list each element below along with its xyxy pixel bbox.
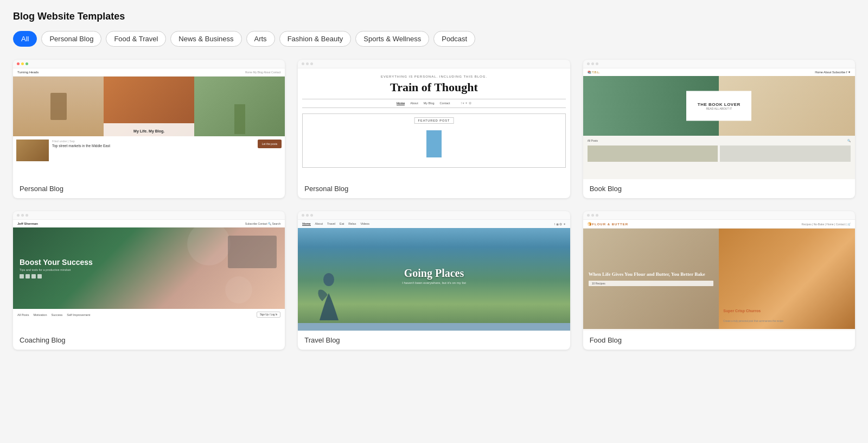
card-label-5: Travel Blog bbox=[298, 331, 570, 350]
tmpl-5-sub: I haven't been everywhere, but it's on m… bbox=[402, 281, 466, 284]
page-title: Blog Website Templates bbox=[13, 11, 855, 22]
card-label-1: Personal Blog bbox=[13, 179, 285, 198]
tmpl-4-hero: Boost Your Success Tips and tools for a … bbox=[13, 227, 285, 309]
nav-about: About bbox=[410, 102, 418, 105]
tmpl-6-post-sub: Create a truly personal post that summar… bbox=[723, 320, 794, 322]
post-thumb-1 bbox=[588, 145, 718, 162]
tmpl-6-left: When Life Gives You Flour and Butter, Yo… bbox=[583, 229, 719, 329]
tmpl-2-title: Train of Thought bbox=[390, 80, 478, 94]
filter-fashion-beauty[interactable]: Fashion & Beauty bbox=[279, 31, 352, 47]
tmpl-3-bottom: All Posts 🔍 bbox=[583, 136, 855, 165]
card-label-6: Food Blog bbox=[583, 331, 855, 350]
deco-circle-1 bbox=[187, 227, 231, 265]
white-card-title: THE BOOK LOVER bbox=[698, 102, 741, 107]
dot-b3 bbox=[596, 62, 598, 65]
social-ig bbox=[37, 274, 42, 279]
white-card-sub: READ ALL ABOUT IT bbox=[706, 107, 732, 110]
hero-overlay-text: My Life. My Blog. bbox=[133, 129, 164, 133]
tmpl-3-posts-grid bbox=[588, 145, 851, 162]
dot-c3 bbox=[25, 214, 28, 217]
tmpl-6-preview: 🍞 FLOUR & BUTTER Recipes | No-Bake | Hom… bbox=[583, 220, 855, 331]
tmpl-4-nav-links: Subscribe Contact 🔍 Search bbox=[245, 222, 280, 225]
nav-social: f ♥ ✦ ✿ bbox=[461, 102, 471, 105]
dot-c1 bbox=[17, 214, 20, 217]
template-card-5[interactable]: Home About Travel Eat Relax Videos f ◉ ✿… bbox=[298, 211, 570, 350]
tmpl-5-nav-links: Home About Travel Eat Relax Videos bbox=[302, 222, 369, 226]
dot-yellow bbox=[21, 62, 24, 65]
filter-personal-blog[interactable]: Personal Blog bbox=[41, 31, 101, 47]
card-preview-6: 🍞 FLOUR & BUTTER Recipes | No-Bake | Hom… bbox=[583, 211, 855, 331]
filter-all[interactable]: All bbox=[13, 31, 37, 47]
tmpl-6-content: When Life Gives You Flour and Butter, Yo… bbox=[583, 229, 855, 329]
tmpl-6-logo: 🍞 FLOUR & BUTTER bbox=[588, 222, 628, 226]
tmpl-2-nav: Home About My Blog Contact f ♥ ✦ ✿ bbox=[302, 99, 565, 108]
hero-img-1 bbox=[13, 77, 104, 136]
tmpl-1-nav: Turning Heads Home My Blog About Contact bbox=[13, 68, 285, 77]
filter-bar: All Personal Blog Food & Travel News & B… bbox=[13, 31, 855, 47]
tmpl-4-hero-text: Boost Your Success Tips and tools for a … bbox=[20, 258, 93, 279]
dot-3 bbox=[310, 62, 313, 65]
tmpl-3-hero: THE BOOK LOVER READ ALL ABOUT IT bbox=[583, 76, 855, 136]
tmpl-1-bottom-img bbox=[16, 140, 49, 161]
nav-myblog: My Blog bbox=[424, 102, 435, 105]
tmpl-3-preview: 📚 T.B.L. Home About Subscribe f ✦ THE BO… bbox=[583, 68, 855, 179]
dot-c2 bbox=[21, 214, 24, 217]
tmpl-5-title: Going Places bbox=[404, 267, 464, 280]
svg-point-0 bbox=[323, 273, 334, 286]
tmpl-1-hero: My Life. My Blog. bbox=[13, 77, 285, 136]
white-card: THE BOOK LOVER READ ALL ABOUT IT bbox=[686, 91, 751, 121]
filter-news-business[interactable]: News & Business bbox=[170, 31, 241, 47]
card-preview-3: 📚 T.B.L. Home About Subscribe f ✦ THE BO… bbox=[583, 60, 855, 179]
tmpl-1-bottom: Filed under | Sep Top street markets in … bbox=[13, 136, 285, 164]
tmpl-4-nav: Jeff Sherman Subscribe Contact 🔍 Search bbox=[13, 220, 285, 227]
tmpl-3-brand: 📚 T.B.L. bbox=[588, 71, 600, 74]
dot-e3 bbox=[596, 214, 598, 217]
dot-d3 bbox=[310, 214, 313, 217]
social-f bbox=[20, 274, 24, 279]
card-preview-5: Home About Travel Eat Relax Videos f ◉ ✿… bbox=[298, 211, 570, 331]
tmpl-6-post-title: Super Crisp Churros bbox=[723, 309, 761, 313]
dot-1 bbox=[302, 62, 304, 65]
tmpl-4-social bbox=[20, 274, 93, 279]
dot-b2 bbox=[591, 62, 594, 65]
hero-img-2: My Life. My Blog. bbox=[104, 77, 194, 136]
post-thumb-2 bbox=[720, 145, 851, 162]
dot-green bbox=[25, 62, 28, 65]
tmpl-3-nav-links: Home About Subscribe f ✦ bbox=[815, 71, 851, 74]
filter-arts[interactable]: Arts bbox=[246, 31, 275, 47]
tmpl-2-preview: EVERYTHING IS PERSONAL. INCLUDING THIS B… bbox=[298, 68, 570, 179]
template-card-1[interactable]: Turning Heads Home My Blog About Contact… bbox=[13, 60, 285, 198]
tmpl-2-tagline: EVERYTHING IS PERSONAL. INCLUDING THIS B… bbox=[381, 75, 487, 78]
tmpl-2-featured: FEATURED POST bbox=[302, 113, 565, 168]
tmpl-6-right: Super Crisp Churros Create a truly perso… bbox=[719, 229, 855, 329]
card-preview-4: Jeff Sherman Subscribe Contact 🔍 Search … bbox=[13, 211, 285, 331]
laptop-shape bbox=[228, 236, 277, 268]
tmpl-5-social: f ◉ ✿ ✦ bbox=[554, 223, 566, 226]
tmpl-1-cta: Let the posts bbox=[258, 140, 282, 148]
card-label-3: Book Blog bbox=[583, 179, 855, 198]
template-card-2[interactable]: EVERYTHING IS PERSONAL. INCLUDING THIS B… bbox=[298, 60, 570, 198]
churros-image bbox=[719, 229, 855, 329]
filter-food-travel[interactable]: Food & Travel bbox=[106, 31, 166, 47]
card-label-2: Personal Blog bbox=[298, 179, 570, 198]
dot-2 bbox=[306, 62, 309, 65]
tmpl-3-bottom-nav: All Posts 🔍 bbox=[588, 139, 851, 142]
filter-podcast[interactable]: Podcast bbox=[433, 31, 475, 47]
dot-e1 bbox=[587, 214, 590, 217]
tmpl-6-nav: 🍞 FLOUR & BUTTER Recipes | No-Bake | Hom… bbox=[583, 220, 855, 229]
tmpl-6-recipes-btn: 10 Recipes bbox=[589, 281, 714, 286]
template-card-4[interactable]: Jeff Sherman Subscribe Contact 🔍 Search … bbox=[13, 211, 285, 350]
hero-img-3 bbox=[194, 77, 285, 136]
tmpl-5-preview: Home About Travel Eat Relax Videos f ◉ ✿… bbox=[298, 220, 570, 331]
template-card-3[interactable]: 📚 T.B.L. Home About Subscribe f ✦ THE BO… bbox=[583, 60, 855, 198]
tmpl-2-featured-label: FEATURED POST bbox=[414, 117, 454, 124]
tmpl-4-preview: Jeff Sherman Subscribe Contact 🔍 Search … bbox=[13, 220, 285, 331]
social-in bbox=[31, 274, 36, 279]
filter-sports-wellness[interactable]: Sports & Wellness bbox=[355, 31, 429, 47]
tmpl-1-bottom-text: Filed under | Sep Top street markets in … bbox=[52, 140, 254, 148]
tmpl-5-hero: Going Places I haven't been everywhere, … bbox=[298, 228, 570, 323]
tmpl-2-book bbox=[426, 130, 442, 157]
card-preview-1: Turning Heads Home My Blog About Contact… bbox=[13, 60, 285, 179]
template-card-6[interactable]: 🍞 FLOUR & BUTTER Recipes | No-Bake | Hom… bbox=[583, 211, 855, 350]
tmpl-6-main-text: When Life Gives You Flour and Butter, Yo… bbox=[589, 271, 714, 278]
